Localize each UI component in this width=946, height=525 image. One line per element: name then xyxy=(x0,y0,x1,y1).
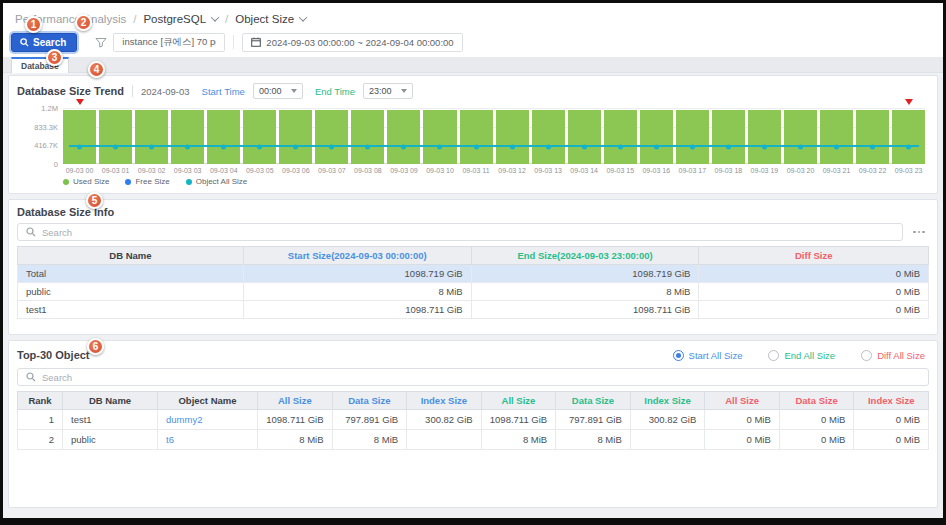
object-all-size-point xyxy=(113,144,118,149)
used-size-bar xyxy=(171,110,204,164)
bar-slot[interactable] xyxy=(856,108,889,164)
date-range-picker[interactable]: 2024-09-03 00:00:00 ~ 2024-09-04 00:00:0… xyxy=(242,33,462,52)
bar-slot[interactable] xyxy=(532,108,565,164)
bar-slot[interactable] xyxy=(423,108,456,164)
table-row[interactable]: 1 test1 dummy2 1098.711 GiB 797.891 GiB … xyxy=(18,410,929,430)
x-tick-label: 09-03 19 xyxy=(748,167,781,174)
object-link[interactable]: dummy2 xyxy=(158,410,258,430)
bar-slot[interactable] xyxy=(784,108,817,164)
used-size-bar xyxy=(532,110,565,164)
col-start-index-size[interactable]: Index Size xyxy=(407,392,482,410)
breadcrumb-separator: / xyxy=(133,13,136,25)
legend-free-size[interactable]: Free Size xyxy=(125,177,169,186)
chevron-down-icon[interactable] xyxy=(299,13,307,21)
table-row[interactable]: 2 public t6 8 MiB 8 MiB 8 MiB 8 MiB 0 Mi… xyxy=(18,430,929,450)
table-row-total[interactable]: Total1098.719 GiB1098.719 GiB0 MiB xyxy=(18,265,929,283)
search-button[interactable]: Search xyxy=(11,33,77,52)
breadcrumb-postgresql[interactable]: PostgreSQL xyxy=(143,13,206,25)
end-time-select[interactable]: 23:00 xyxy=(363,83,413,99)
object-link[interactable]: t6 xyxy=(158,430,258,450)
bar-slot[interactable] xyxy=(315,108,348,164)
col-db-name[interactable]: DB Name xyxy=(18,247,244,265)
date-range-value: 2024-09-03 00:00:00 ~ 2024-09-04 00:00:0… xyxy=(266,37,453,48)
size-mode-radio-group: Start All Size End All Size Diff All Siz… xyxy=(673,350,925,361)
top30-search-input[interactable]: Search xyxy=(17,368,929,386)
used-size-bar xyxy=(496,110,529,164)
bar-slot[interactable] xyxy=(892,108,925,164)
chart-x-labels: 09-03 0009-03 0109-03 0209-03 0309-03 04… xyxy=(63,167,925,174)
table-row[interactable]: public8 MiB8 MiB0 MiB xyxy=(18,283,929,301)
bar-slot[interactable] xyxy=(387,108,420,164)
bar-slot[interactable] xyxy=(676,108,709,164)
breadcrumb: Performance Analysis / PostgreSQL / Obje… xyxy=(3,3,943,27)
col-start-size[interactable]: Start Size(2024-09-03 00:00:00) xyxy=(243,247,471,265)
top30-table: Rank DB Name Object Name All Size Data S… xyxy=(17,391,929,450)
search-icon xyxy=(26,372,36,382)
bar-slot[interactable] xyxy=(640,108,673,164)
y-tick-label: 833.3K xyxy=(34,122,58,131)
col-rank[interactable]: Rank xyxy=(18,392,63,410)
col-diff-size[interactable]: Diff Size xyxy=(699,247,929,265)
col-start-all-size[interactable]: All Size xyxy=(258,392,333,410)
legend-object-all-size[interactable]: Object All Size xyxy=(186,177,248,186)
bar-slot[interactable] xyxy=(568,108,601,164)
bar-slot[interactable] xyxy=(351,108,384,164)
start-time-select[interactable]: 00:00 xyxy=(253,83,303,99)
bar-slot[interactable] xyxy=(460,108,493,164)
object-all-size-point xyxy=(546,144,551,149)
bar-slot[interactable] xyxy=(279,108,312,164)
bar-slot[interactable] xyxy=(712,108,745,164)
x-tick-label: 09-03 08 xyxy=(351,167,384,174)
used-size-bar xyxy=(712,110,745,164)
x-tick-label: 09-03 21 xyxy=(820,167,853,174)
x-tick-label: 09-03 20 xyxy=(784,167,817,174)
object-all-size-point xyxy=(582,144,587,149)
instance-selector[interactable]: instance [큐에스] 70 pg 14.7 xyxy=(113,33,225,52)
col-end-all-size[interactable]: All Size xyxy=(481,392,556,410)
object-all-size-point xyxy=(618,144,623,149)
legend-used-size[interactable]: Used Size xyxy=(63,177,109,186)
object-all-size-dot-icon xyxy=(186,179,192,185)
radio-diff-all-size[interactable]: Diff All Size xyxy=(861,350,925,361)
used-size-bar xyxy=(423,110,456,164)
trend-date-picker[interactable]: 2024-09-03 xyxy=(141,86,190,97)
bar-slot[interactable] xyxy=(135,108,168,164)
bar-slot[interactable] xyxy=(171,108,204,164)
bar-slot[interactable] xyxy=(243,108,276,164)
chevron-down-icon[interactable] xyxy=(211,13,219,21)
y-tick-label: 0 xyxy=(54,160,58,169)
used-size-bar xyxy=(207,110,240,164)
bar-slot[interactable] xyxy=(748,108,781,164)
filter-icon[interactable] xyxy=(95,37,107,48)
x-tick-label: 09-03 14 xyxy=(568,167,601,174)
col-end-index-size[interactable]: Index Size xyxy=(630,392,705,410)
col-diff-all-size[interactable]: All Size xyxy=(705,392,780,410)
bar-slot[interactable] xyxy=(820,108,853,164)
col-object-name[interactable]: Object Name xyxy=(158,392,258,410)
col-diff-data-size[interactable]: Data Size xyxy=(779,392,854,410)
search-placeholder: Search xyxy=(42,227,72,238)
used-size-bar xyxy=(135,110,168,164)
bar-slot[interactable] xyxy=(207,108,240,164)
col-end-data-size[interactable]: Data Size xyxy=(556,392,631,410)
col-end-size[interactable]: End Size(2024-09-03 23:00:00) xyxy=(471,247,699,265)
bar-slot[interactable] xyxy=(604,108,637,164)
bar-slot[interactable] xyxy=(63,108,96,164)
col-diff-index-size[interactable]: Index Size xyxy=(854,392,929,410)
used-size-bar xyxy=(568,110,601,164)
col-start-data-size[interactable]: Data Size xyxy=(332,392,407,410)
col-db-name[interactable]: DB Name xyxy=(63,392,158,410)
used-size-bar xyxy=(604,110,637,164)
object-all-size-point xyxy=(654,144,659,149)
more-options-icon[interactable] xyxy=(909,223,929,241)
radio-start-all-size[interactable]: Start All Size xyxy=(673,350,743,361)
database-size-info-section: Database Size Info Search DB Name Start … xyxy=(8,199,938,335)
object-all-size-point xyxy=(906,144,911,149)
table-row[interactable]: test11098.711 GiB1098.711 GiB0 MiB xyxy=(18,301,929,319)
bar-slot[interactable] xyxy=(99,108,132,164)
bar-slot[interactable] xyxy=(496,108,529,164)
instance-value: instance [큐에스] 70 pg 14.7 xyxy=(122,36,216,49)
breadcrumb-object-size[interactable]: Object Size xyxy=(235,13,294,25)
radio-end-all-size[interactable]: End All Size xyxy=(768,350,835,361)
size-info-search-input[interactable]: Search xyxy=(17,223,903,241)
